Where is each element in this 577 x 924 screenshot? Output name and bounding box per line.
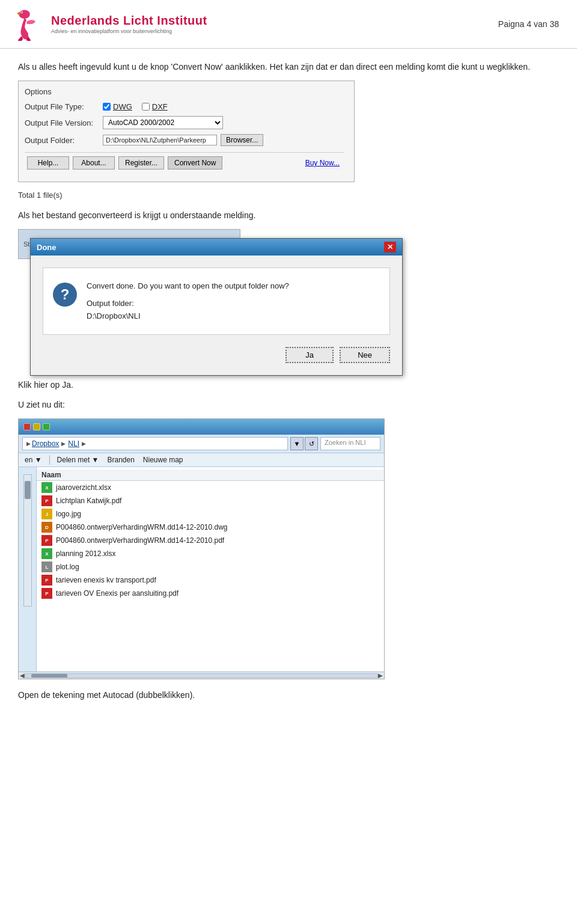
- fb-branden-button[interactable]: Branden: [105, 455, 136, 465]
- para-after-options: Als het bestand geconverteerd is krijgt …: [18, 209, 559, 222]
- convert-now-button[interactable]: Convert Now: [168, 156, 222, 170]
- output-file-type-row: Output File Type: DWG DXF: [25, 102, 344, 111]
- fb-scrollbar-h-track: [25, 673, 378, 678]
- folder-path-display: D:\Dropbox\NLI\Zutphen\Parkeerp: [103, 135, 217, 145]
- flamingo-icon: [12, 6, 45, 42]
- output-file-type-label: Output File Type:: [25, 102, 103, 111]
- done-message-line2: Output folder:: [87, 298, 289, 310]
- list-item[interactable]: J logo.jpg: [37, 507, 384, 521]
- list-item[interactable]: X jaaroverzicht.xlsx: [37, 481, 384, 494]
- dxf-label: DXF: [152, 102, 168, 111]
- fb-en-button[interactable]: en ▼: [22, 455, 44, 465]
- about-button[interactable]: About...: [73, 156, 115, 170]
- folder-input-group: D:\Dropbox\NLI\Zutphen\Parkeerp Browser.…: [103, 134, 263, 146]
- fb-nieuwe-map-button[interactable]: Nieuwe map: [141, 455, 186, 465]
- fb-sidebar-scrollbar-thumb: [25, 481, 31, 499]
- list-item[interactable]: P P004860.ontwerpVerhardingWRM.dd14-12-2…: [37, 534, 384, 547]
- dwg-checkbox[interactable]: [103, 103, 111, 111]
- dialog-screenshot: Status Add PDF Files... Done ✕ ? Convert: [18, 229, 409, 367]
- file-name: planning 2012.xlsx: [56, 549, 115, 558]
- fb-scrollbar-h-thumb: [31, 674, 67, 678]
- file-name: P004860.ontwerpVerhardingWRM.dd14-12-201…: [56, 523, 228, 531]
- output-folder-label: Output Folder:: [25, 136, 103, 145]
- file-type-group: DWG DXF: [103, 102, 168, 111]
- logo-text: Nederlands Licht Instituut Advies- en in…: [51, 14, 207, 34]
- fb-titlebar: [19, 419, 384, 435]
- list-item[interactable]: D P004860.ontwerpVerhardingWRM.dd14-12-2…: [37, 521, 384, 534]
- fb-minimize-dot: [33, 423, 40, 430]
- fb-scrollbar-left-arrow[interactable]: ◀: [20, 672, 25, 679]
- output-file-version-label: Output File Version:: [25, 118, 103, 127]
- options-box: Options Output File Type: DWG DXF Output…: [18, 81, 355, 182]
- done-dialog: Done ✕ ? Convert done. Do you want to op…: [30, 238, 403, 376]
- list-item[interactable]: L plot.log: [37, 560, 384, 574]
- fb-nav-refresh[interactable]: ↺: [305, 437, 318, 450]
- done-message: Convert done. Do you want to open the ou…: [87, 280, 289, 322]
- options-button-row: Help... About... Register... Convert Now…: [25, 152, 344, 173]
- fb-search-placeholder: Zoeken in NLI: [325, 439, 365, 446]
- total-files: Total 1 file(s): [18, 191, 559, 200]
- help-button[interactable]: Help...: [27, 156, 69, 170]
- svg-point-2: [21, 11, 22, 13]
- list-item[interactable]: X planning 2012.xlsx: [37, 547, 384, 560]
- file-icon-xlsx2: X: [41, 548, 52, 559]
- fb-breadcrumb-part1[interactable]: Dropbox: [32, 439, 59, 448]
- done-content-area: ? Convert done. Do you want to open the …: [43, 268, 390, 335]
- fb-close-dot: [23, 423, 31, 430]
- register-button[interactable]: Register...: [118, 156, 164, 170]
- output-file-version-row: Output File Version: AutoCAD 2000/2002: [25, 116, 344, 129]
- done-message-line3: D:\Dropbox\NLI: [87, 310, 289, 323]
- fb-toolbar: en ▼ Delen met ▼ Branden Nieuwe map: [19, 453, 384, 467]
- fb-addressbar: ▶ Dropbox ▶ NLI ▶ ▼ ↺ Zoeken in NLI: [19, 435, 384, 453]
- dxf-checkbox[interactable]: [142, 103, 150, 111]
- page-header: Nederlands Licht Instituut Advies- en in…: [0, 0, 577, 49]
- file-name: Lichtplan Katwijk.pdf: [56, 497, 121, 505]
- file-icon-dwg: D: [41, 522, 52, 533]
- file-browser: ▶ Dropbox ▶ NLI ▶ ▼ ↺ Zoeken in NLI en ▼…: [18, 418, 385, 679]
- page-indicator: Paigna 4 van 38: [498, 19, 559, 29]
- browser-button[interactable]: Browser...: [221, 134, 263, 146]
- dxf-checkbox-item: DXF: [142, 102, 168, 111]
- nee-button[interactable]: Nee: [340, 347, 390, 363]
- done-button-row: Ja Nee: [43, 343, 390, 367]
- dwg-checkbox-item: DWG: [103, 102, 132, 111]
- list-item[interactable]: P tarieven OV Enexis per aansluiting.pdf: [37, 587, 384, 600]
- logo-tagline: Advies- en innovatieplatform voor buiten…: [51, 28, 207, 34]
- fb-nav-dropdown[interactable]: ▼: [290, 437, 304, 450]
- version-select[interactable]: AutoCAD 2000/2002: [103, 116, 223, 129]
- fb-nav-buttons: ▼ ↺: [290, 437, 318, 450]
- fb-search-box[interactable]: Zoeken in NLI: [320, 437, 380, 450]
- file-name: logo.jpg: [56, 510, 81, 518]
- you-see-text: U ziet nu dit:: [18, 399, 559, 411]
- done-title: Done: [37, 243, 56, 252]
- output-folder-row: Output Folder: D:\Dropbox\NLI\Zutphen\Pa…: [25, 134, 344, 146]
- file-icon-pdf2: P: [41, 535, 52, 546]
- after-dialog-text: Klik hier op Ja.: [18, 379, 559, 391]
- ja-button[interactable]: Ja: [285, 347, 334, 363]
- options-legend: Options: [25, 87, 344, 96]
- file-icon-xlsx: X: [41, 482, 52, 493]
- done-message-line1: Convert done. Do you want to open the ou…: [87, 280, 289, 293]
- file-name: P004860.ontwerpVerhardingWRM.dd14-12-201…: [56, 536, 224, 545]
- done-close-button[interactable]: ✕: [384, 242, 396, 252]
- fb-breadcrumb-arrow2: ▶: [61, 441, 66, 447]
- list-item[interactable]: P tarieven enexis kv transport.pdf: [37, 574, 384, 587]
- fb-main-area: Naam X jaaroverzicht.xlsx P Lichtplan Ka…: [19, 467, 384, 672]
- question-icon: ?: [53, 283, 77, 307]
- fb-filelist: Naam X jaaroverzicht.xlsx P Lichtplan Ka…: [37, 467, 384, 672]
- list-item[interactable]: P Lichtplan Katwijk.pdf: [37, 494, 384, 507]
- footer-text: Open de tekening met Autocad (dubbelklik…: [18, 689, 559, 702]
- fb-scrollbar-right-arrow[interactable]: ▶: [378, 672, 383, 679]
- file-name: jaaroverzicht.xlsx: [56, 483, 111, 492]
- fb-scrollbar-h[interactable]: ◀ ▶: [19, 672, 384, 679]
- fb-breadcrumb-part2[interactable]: NLI: [68, 439, 79, 448]
- fb-sidebar-scrollbar[interactable]: [23, 474, 32, 607]
- dwg-label: DWG: [113, 102, 132, 111]
- buy-now-link[interactable]: Buy Now...: [305, 159, 340, 167]
- logo-area: Nederlands Licht Instituut Advies- en in…: [12, 6, 207, 42]
- done-body: ? Convert done. Do you want to open the …: [31, 255, 402, 375]
- fb-delen-button[interactable]: Delen met ▼: [55, 455, 102, 465]
- file-icon-log: L: [41, 561, 52, 572]
- fb-breadcrumb-arrow1: ▶: [26, 441, 31, 447]
- file-icon-pdf4: P: [41, 588, 52, 599]
